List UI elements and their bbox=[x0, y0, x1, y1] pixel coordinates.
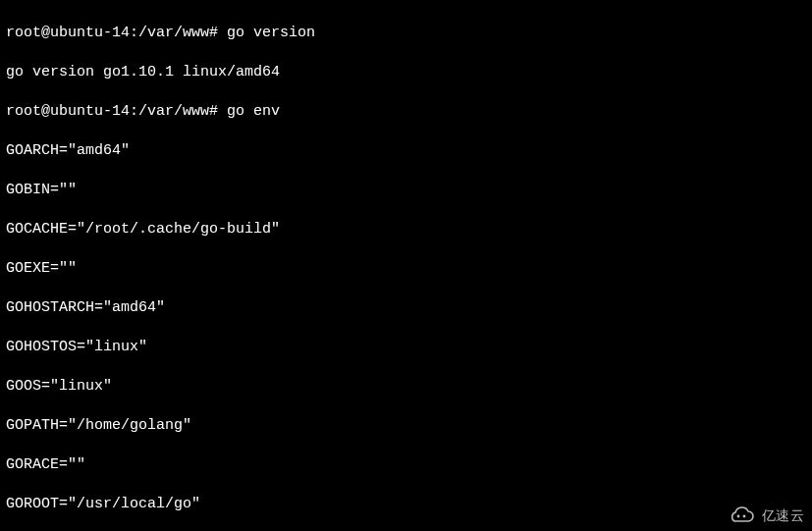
watermark-text: 亿速云 bbox=[762, 505, 805, 525]
env-line: GOPATH="/home/golang" bbox=[6, 416, 806, 436]
svg-point-0 bbox=[736, 515, 739, 518]
env-line: GOROOT="/usr/local/go" bbox=[6, 495, 806, 514]
prompt-line-2: root@ubuntu-14:/var/www# go env bbox=[6, 102, 806, 122]
env-line: GOCACHE="/root/.cache/go-build" bbox=[6, 220, 806, 239]
prompt-line-1: root@ubuntu-14:/var/www# go version bbox=[6, 24, 806, 43]
env-line: GOHOSTARCH="amd64" bbox=[6, 298, 806, 318]
terminal[interactable]: root@ubuntu-14:/var/www# go version go v… bbox=[0, 0, 812, 531]
svg-point-1 bbox=[742, 515, 745, 518]
env-line: GOEXE="" bbox=[6, 259, 806, 279]
env-line: GOOS="linux" bbox=[6, 377, 806, 397]
env-line: GORACE="" bbox=[6, 455, 806, 475]
command-go-version: go version bbox=[227, 25, 315, 41]
cloud-icon bbox=[727, 505, 756, 525]
env-line: GOHOSTOS="linux" bbox=[6, 338, 806, 357]
shell-prompt: root@ubuntu-14:/var/www# bbox=[6, 103, 227, 120]
env-line: GOBIN="" bbox=[6, 181, 806, 200]
watermark: 亿速云 bbox=[727, 505, 805, 525]
shell-prompt: root@ubuntu-14:/var/www# bbox=[6, 25, 227, 41]
output-go-version: go version go1.10.1 linux/amd64 bbox=[6, 63, 806, 82]
command-go-env: go env bbox=[227, 103, 280, 120]
env-line: GOARCH="amd64" bbox=[6, 141, 806, 161]
